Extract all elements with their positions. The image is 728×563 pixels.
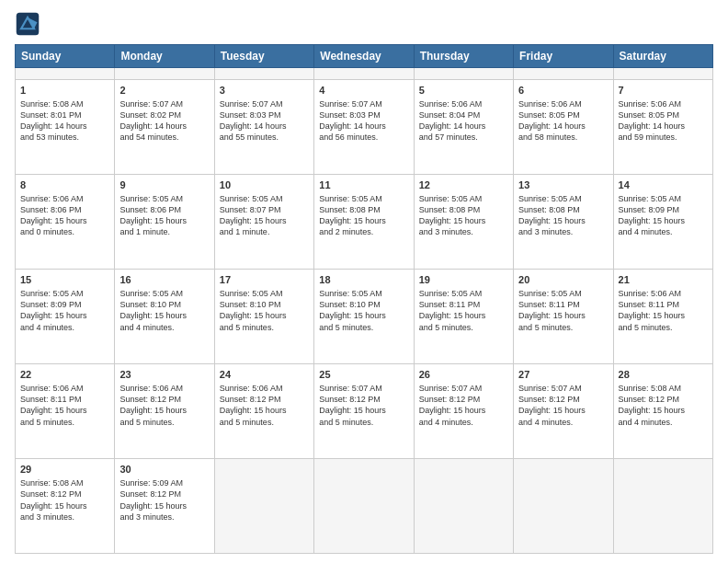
logo <box>15 11 44 37</box>
day-info: Sunrise: 5:05 AM Sunset: 8:08 PM Dayligh… <box>518 193 608 238</box>
day-number: 16 <box>119 273 209 287</box>
calendar-cell: 1Sunrise: 5:08 AM Sunset: 8:01 PM Daylig… <box>16 79 115 174</box>
day-info: Sunrise: 5:06 AM Sunset: 8:11 PM Dayligh… <box>20 383 109 428</box>
day-number: 1 <box>20 84 109 98</box>
calendar-cell: 15Sunrise: 5:05 AM Sunset: 8:09 PM Dayli… <box>16 269 115 363</box>
day-number: 6 <box>518 84 608 98</box>
day-number: 27 <box>518 368 608 382</box>
calendar-cell: 2Sunrise: 5:07 AM Sunset: 8:02 PM Daylig… <box>115 79 214 174</box>
calendar-cell <box>115 68 214 80</box>
day-number: 3 <box>220 84 309 98</box>
day-info: Sunrise: 5:07 AM Sunset: 8:12 PM Dayligh… <box>518 383 608 428</box>
weekday-tuesday: Tuesday <box>214 45 313 68</box>
page: SundayMondayTuesdayWednesdayThursdayFrid… <box>0 0 728 563</box>
day-number: 14 <box>619 178 708 192</box>
day-info: Sunrise: 5:07 AM Sunset: 8:03 PM Dayligh… <box>220 98 309 144</box>
calendar-cell <box>214 68 313 80</box>
day-number: 21 <box>619 273 708 287</box>
week-row-4: 22Sunrise: 5:06 AM Sunset: 8:11 PM Dayli… <box>16 363 713 458</box>
week-row-2: 8Sunrise: 5:06 AM Sunset: 8:06 PM Daylig… <box>16 174 713 269</box>
day-info: Sunrise: 5:06 AM Sunset: 8:05 PM Dayligh… <box>619 98 708 144</box>
day-info: Sunrise: 5:05 AM Sunset: 8:08 PM Dayligh… <box>419 193 508 238</box>
calendar-cell: 3Sunrise: 5:07 AM Sunset: 8:03 PM Daylig… <box>214 79 313 174</box>
calendar-cell: 27Sunrise: 5:07 AM Sunset: 8:12 PM Dayli… <box>514 363 613 458</box>
day-info: Sunrise: 5:05 AM Sunset: 8:10 PM Dayligh… <box>319 288 408 333</box>
calendar-cell: 7Sunrise: 5:06 AM Sunset: 8:05 PM Daylig… <box>613 79 712 174</box>
day-number: 13 <box>518 178 608 192</box>
weekday-sunday: Sunday <box>16 45 115 68</box>
week-row-5: 29Sunrise: 5:08 AM Sunset: 8:12 PM Dayli… <box>16 458 713 553</box>
day-info: Sunrise: 5:05 AM Sunset: 8:09 PM Dayligh… <box>619 193 708 238</box>
calendar-cell: 17Sunrise: 5:05 AM Sunset: 8:10 PM Dayli… <box>214 269 313 363</box>
calendar-cell <box>613 68 712 80</box>
day-number: 7 <box>619 84 708 98</box>
calendar-cell: 10Sunrise: 5:05 AM Sunset: 8:07 PM Dayli… <box>214 174 313 269</box>
weekday-saturday: Saturday <box>613 45 712 68</box>
day-info: Sunrise: 5:05 AM Sunset: 8:06 PM Dayligh… <box>119 193 209 238</box>
calendar-cell: 23Sunrise: 5:06 AM Sunset: 8:12 PM Dayli… <box>115 363 214 458</box>
weekday-wednesday: Wednesday <box>314 45 414 68</box>
day-number: 23 <box>119 368 209 382</box>
calendar-cell: 13Sunrise: 5:05 AM Sunset: 8:08 PM Dayli… <box>514 174 613 269</box>
calendar-cell: 26Sunrise: 5:07 AM Sunset: 8:12 PM Dayli… <box>414 363 513 458</box>
week-row-1: 1Sunrise: 5:08 AM Sunset: 8:01 PM Daylig… <box>16 79 713 174</box>
calendar-cell <box>613 458 712 553</box>
day-number: 8 <box>20 178 109 192</box>
day-number: 30 <box>119 463 209 477</box>
calendar-cell: 21Sunrise: 5:06 AM Sunset: 8:11 PM Dayli… <box>613 269 712 363</box>
calendar-cell <box>514 458 613 553</box>
calendar-cell: 9Sunrise: 5:05 AM Sunset: 8:06 PM Daylig… <box>115 174 214 269</box>
day-info: Sunrise: 5:06 AM Sunset: 8:04 PM Dayligh… <box>419 98 508 144</box>
day-number: 20 <box>518 273 608 287</box>
calendar-cell <box>314 458 414 553</box>
day-info: Sunrise: 5:06 AM Sunset: 8:05 PM Dayligh… <box>518 98 608 144</box>
calendar-cell <box>314 68 414 80</box>
day-number: 24 <box>220 368 309 382</box>
day-number: 4 <box>319 84 408 98</box>
calendar-cell: 12Sunrise: 5:05 AM Sunset: 8:08 PM Dayli… <box>414 174 513 269</box>
calendar-cell: 30Sunrise: 5:09 AM Sunset: 8:12 PM Dayli… <box>115 458 214 553</box>
day-number: 10 <box>220 178 309 192</box>
calendar-cell: 25Sunrise: 5:07 AM Sunset: 8:12 PM Dayli… <box>314 363 414 458</box>
day-info: Sunrise: 5:08 AM Sunset: 8:12 PM Dayligh… <box>20 477 109 523</box>
calendar-cell: 11Sunrise: 5:05 AM Sunset: 8:08 PM Dayli… <box>314 174 414 269</box>
day-number: 17 <box>220 273 309 287</box>
logo-icon <box>15 11 40 37</box>
calendar-cell: 6Sunrise: 5:06 AM Sunset: 8:05 PM Daylig… <box>514 79 613 174</box>
calendar-cell: 29Sunrise: 5:08 AM Sunset: 8:12 PM Dayli… <box>16 458 115 553</box>
calendar-cell <box>514 68 613 80</box>
day-info: Sunrise: 5:05 AM Sunset: 8:08 PM Dayligh… <box>319 193 408 238</box>
day-info: Sunrise: 5:06 AM Sunset: 8:06 PM Dayligh… <box>20 193 109 238</box>
day-info: Sunrise: 5:08 AM Sunset: 8:12 PM Dayligh… <box>619 383 708 428</box>
weekday-friday: Friday <box>514 45 613 68</box>
calendar-cell: 4Sunrise: 5:07 AM Sunset: 8:03 PM Daylig… <box>314 79 414 174</box>
calendar-cell: 5Sunrise: 5:06 AM Sunset: 8:04 PM Daylig… <box>414 79 513 174</box>
calendar-cell <box>414 458 513 553</box>
day-info: Sunrise: 5:05 AM Sunset: 8:10 PM Dayligh… <box>220 288 309 333</box>
day-info: Sunrise: 5:05 AM Sunset: 8:07 PM Dayligh… <box>220 193 309 238</box>
calendar-cell <box>214 458 313 553</box>
day-number: 18 <box>319 273 408 287</box>
calendar-cell: 8Sunrise: 5:06 AM Sunset: 8:06 PM Daylig… <box>16 174 115 269</box>
calendar-cell: 19Sunrise: 5:05 AM Sunset: 8:11 PM Dayli… <box>414 269 513 363</box>
calendar-table: SundayMondayTuesdayWednesdayThursdayFrid… <box>15 44 713 554</box>
day-info: Sunrise: 5:07 AM Sunset: 8:12 PM Dayligh… <box>419 383 508 428</box>
day-number: 2 <box>119 84 209 98</box>
calendar-cell: 22Sunrise: 5:06 AM Sunset: 8:11 PM Dayli… <box>16 363 115 458</box>
day-number: 12 <box>419 178 508 192</box>
weekday-monday: Monday <box>115 45 214 68</box>
day-number: 9 <box>119 178 209 192</box>
calendar-cell: 14Sunrise: 5:05 AM Sunset: 8:09 PM Dayli… <box>613 174 712 269</box>
day-info: Sunrise: 5:07 AM Sunset: 8:12 PM Dayligh… <box>319 383 408 428</box>
day-info: Sunrise: 5:07 AM Sunset: 8:02 PM Dayligh… <box>119 98 209 144</box>
calendar-cell <box>16 68 115 80</box>
calendar-cell <box>414 68 513 80</box>
day-number: 11 <box>319 178 408 192</box>
day-info: Sunrise: 5:06 AM Sunset: 8:12 PM Dayligh… <box>119 383 209 428</box>
day-number: 15 <box>20 273 109 287</box>
day-number: 28 <box>619 368 708 382</box>
calendar-cell: 18Sunrise: 5:05 AM Sunset: 8:10 PM Dayli… <box>314 269 414 363</box>
day-info: Sunrise: 5:05 AM Sunset: 8:11 PM Dayligh… <box>419 288 508 333</box>
day-info: Sunrise: 5:06 AM Sunset: 8:12 PM Dayligh… <box>220 383 309 428</box>
calendar-cell: 24Sunrise: 5:06 AM Sunset: 8:12 PM Dayli… <box>214 363 313 458</box>
